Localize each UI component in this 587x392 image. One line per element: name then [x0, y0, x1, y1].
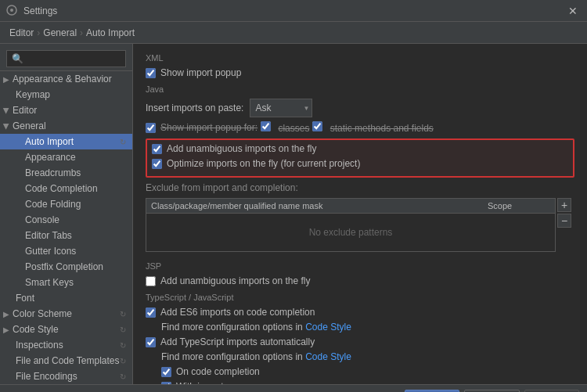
- ts-es6-checkbox[interactable]: [146, 307, 156, 318]
- sync-icon-auto-import: ↻: [120, 138, 126, 146]
- breadcrumb-sep-2: ›: [80, 27, 83, 38]
- ts-on-completion-checkbox[interactable]: [161, 367, 171, 377]
- sidebar-label-keymap: Keymap: [16, 89, 50, 100]
- sidebar-item-auto-import[interactable]: Auto Import ↻: [0, 134, 132, 149]
- sidebar-item-file-encodings[interactable]: File Encodings ↻: [0, 369, 132, 384]
- ts-code-style-link[interactable]: Code Style: [305, 322, 351, 333]
- breadcrumb-part-editor: Editor: [9, 27, 34, 38]
- sidebar-label-smart-keys: Smart Keys: [25, 277, 74, 288]
- no-patterns-text: No exclude patterns: [309, 227, 393, 238]
- jsp-add-unambiguous-row: Add unambiguous imports on the fly: [146, 275, 574, 286]
- static-methods-checkbox[interactable]: [312, 121, 322, 131]
- insert-imports-select[interactable]: Ask Always Never: [250, 99, 312, 117]
- ts-auto-label[interactable]: Add TypeScript imports automatically: [160, 336, 315, 347]
- search-input[interactable]: [6, 50, 126, 67]
- sidebar-item-gutter-icons[interactable]: Gutter Icons: [0, 243, 132, 259]
- jsp-section-label: JSP: [146, 261, 574, 271]
- optimize-imports-row: Optimize imports on the fly (for current…: [152, 158, 568, 169]
- sidebar-item-appearance[interactable]: Appearance: [0, 149, 132, 165]
- ts-auto-row: Add TypeScript imports automatically: [146, 336, 574, 347]
- sidebar-item-general[interactable]: ▶ General: [0, 118, 132, 134]
- show-import-popup-checkbox[interactable]: [146, 123, 156, 133]
- sidebar-item-editor-tabs[interactable]: Editor Tabs: [0, 228, 132, 243]
- cancel-button[interactable]: Cancel: [464, 390, 520, 393]
- sidebar-label-code-folding: Code Folding: [25, 199, 81, 210]
- sidebar-item-smart-keys[interactable]: Smart Keys: [0, 275, 132, 290]
- ts-on-completion-label[interactable]: On code completion: [176, 366, 260, 377]
- show-import-popup-text: Show import popup for:: [160, 122, 257, 133]
- sidebar-item-appearance-behavior[interactable]: ▶ Appearance & Behavior: [0, 71, 132, 87]
- sidebar-item-keymap[interactable]: Keymap: [0, 87, 132, 102]
- add-unambiguous-row: Add unambiguous imports on the fly: [152, 143, 568, 154]
- ts-with-popup-label[interactable]: With import popup: [176, 381, 252, 384]
- sidebar-item-code-folding[interactable]: Code Folding: [0, 196, 132, 212]
- xml-show-popup-label[interactable]: Show import popup: [160, 67, 241, 78]
- remove-pattern-button[interactable]: −: [557, 214, 571, 228]
- xml-show-popup-row: Show import popup: [146, 67, 574, 78]
- highlight-box: Add unambiguous imports on the fly Optim…: [146, 138, 574, 178]
- ts-es6-row: Add ES6 imports on code completion: [146, 307, 574, 318]
- ts-more-config-text: Find more configuration options in: [161, 322, 303, 333]
- ts-auto-checkbox[interactable]: [146, 337, 156, 347]
- svg-point-1: [10, 9, 13, 12]
- add-unambiguous-label[interactable]: Add unambiguous imports on the fly: [167, 143, 316, 154]
- close-button[interactable]: ✕: [565, 3, 581, 19]
- sidebar-label-code-style: Code Style: [13, 324, 59, 335]
- sidebar-item-code-style[interactable]: ▶ Code Style ↻: [0, 322, 132, 337]
- arrow-icon-color-scheme: ▶: [3, 310, 9, 318]
- sidebar-label-breadcrumbs: Breadcrumbs: [25, 167, 81, 178]
- sidebar-item-inspections[interactable]: Inspections ↻: [0, 337, 132, 353]
- exclude-table: Class/package/member qualified name mask…: [146, 198, 556, 252]
- sidebar-label-console: Console: [25, 214, 59, 225]
- breadcrumb-part-general: General: [43, 27, 77, 38]
- sidebar-label-appearance: Appearance: [25, 152, 76, 163]
- sidebar-label-color-scheme: Color Scheme: [13, 308, 72, 319]
- sidebar-label-postfix-completion: Postfix Completion: [25, 261, 103, 272]
- sidebar-item-console[interactable]: Console: [0, 212, 132, 228]
- ts-more-config2-text: Find more configuration options in: [161, 351, 303, 362]
- java-section-label: Java: [146, 85, 574, 94]
- ts-more-config-row: Find more configuration options in Code …: [146, 322, 574, 333]
- insert-imports-label: Insert imports on paste:: [146, 102, 243, 113]
- sidebar-item-editor[interactable]: ▶ Editor: [0, 102, 132, 118]
- sidebar-label-auto-import: Auto Import: [25, 136, 74, 147]
- table-col2-header: Scope: [488, 201, 550, 210]
- sidebar-label-font: Font: [16, 293, 34, 304]
- jsp-add-unambiguous-label[interactable]: Add unambiguous imports on the fly: [160, 275, 310, 286]
- sidebar-item-color-scheme[interactable]: ▶ Color Scheme ↻: [0, 306, 132, 322]
- sidebar-item-breadcrumbs[interactable]: Breadcrumbs: [0, 165, 132, 181]
- jsp-add-unambiguous-checkbox[interactable]: [146, 276, 156, 286]
- exclude-section-label: Exclude from import and completion:: [146, 182, 574, 193]
- breadcrumb-part-autoimport: Auto Import: [86, 27, 135, 38]
- sidebar-item-code-completion[interactable]: Code Completion: [0, 181, 132, 196]
- sidebar-item-file-code-templates[interactable]: File and Code Templates ↻: [0, 353, 132, 369]
- table-actions: + −: [557, 198, 571, 229]
- add-unambiguous-checkbox[interactable]: [152, 144, 162, 154]
- sidebar-label-file-code-templates: File and Code Templates: [16, 355, 120, 366]
- arrow-icon-code-style: ▶: [3, 325, 9, 334]
- sidebar-item-postfix-completion[interactable]: Postfix Completion: [0, 259, 132, 275]
- arrow-icon-general: ▶: [2, 123, 11, 129]
- classes-text: classes: [278, 123, 309, 134]
- table-col1-header: Class/package/member qualified name mask: [151, 201, 488, 210]
- ts-es6-label[interactable]: Add ES6 imports on code completion: [160, 307, 315, 318]
- static-methods-label: static methods and fields: [312, 121, 433, 134]
- sidebar-label-editor-tabs: Editor Tabs: [25, 230, 72, 241]
- optimize-imports-checkbox[interactable]: [152, 159, 162, 169]
- xml-show-popup-checkbox[interactable]: [146, 68, 156, 78]
- ts-with-popup-checkbox[interactable]: [161, 382, 171, 385]
- sync-icon-color-scheme: ↻: [120, 310, 126, 318]
- classes-checkbox[interactable]: [261, 121, 271, 131]
- apply-button[interactable]: Apply: [524, 390, 579, 393]
- sidebar-label-inspections: Inspections: [16, 340, 63, 351]
- optimize-imports-label[interactable]: Optimize imports on the fly (for current…: [167, 158, 360, 169]
- sidebar-item-font[interactable]: Font: [0, 290, 132, 306]
- sidebar-label-editor: Editor: [13, 105, 37, 116]
- sidebar-label-file-encodings: File Encodings: [16, 371, 77, 382]
- arrow-icon-editor: ▶: [2, 107, 11, 113]
- sync-icon-code-style: ↻: [120, 325, 126, 334]
- add-pattern-button[interactable]: +: [557, 198, 571, 212]
- ts-with-popup-row: With import popup: [146, 381, 574, 384]
- ts-code-style-link2[interactable]: Code Style: [305, 351, 351, 362]
- ok-button[interactable]: OK: [405, 390, 459, 393]
